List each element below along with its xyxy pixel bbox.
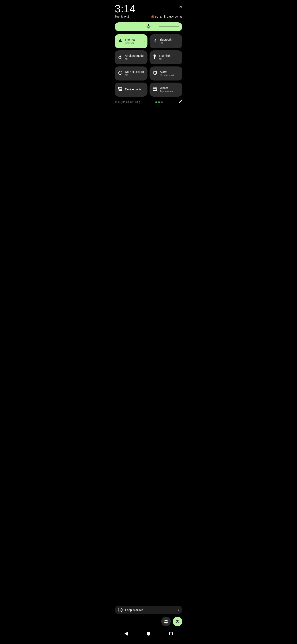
- internet-tile[interactable]: Internet Bell, 5G ›: [115, 34, 147, 48]
- internet-subtitle: Bell, 5G: [125, 42, 135, 44]
- flashlight-icon: [153, 54, 157, 60]
- wallet-tile[interactable]: Wallet Tap to open ›: [150, 82, 182, 96]
- page-dot-2: [158, 101, 160, 103]
- dnd-subtitle: Off: [125, 74, 144, 77]
- edit-icon[interactable]: [178, 100, 182, 105]
- alarm-title: Alarm: [160, 70, 174, 74]
- device-controls-chevron: ›: [144, 88, 145, 92]
- network-type: 5G: [155, 15, 159, 18]
- svg-line-5: [147, 24, 147, 25]
- flashlight-tile[interactable]: Flashlight Off: [150, 50, 182, 64]
- quick-tiles-grid: Internet Bell, 5G › Bluetooth Off Airpla…: [115, 34, 182, 96]
- svg-line-8: [147, 28, 147, 28]
- svg-rect-23: [156, 89, 157, 90]
- svg-line-20: [156, 71, 157, 72]
- dnd-title: Do Not Disturb: [125, 70, 144, 74]
- svg-line-19: [154, 71, 154, 72]
- status-icons: 🔕 5G ▲ 🔋 1 day, 20 hrs: [151, 15, 182, 18]
- bluetooth-title: Bluetooth: [159, 38, 172, 42]
- device-controls-icon: [118, 87, 122, 92]
- dnd-icon: [118, 70, 122, 76]
- carrier-label: Bell: [178, 5, 182, 9]
- footer-info: 13 (TQ3A.230605.005): [115, 100, 182, 105]
- bluetooth-tile[interactable]: Bluetooth Off: [150, 34, 182, 48]
- internet-title: Internet: [125, 38, 135, 42]
- svg-rect-10: [154, 54, 156, 55]
- dnd-tile[interactable]: Do Not Disturb Off: [115, 66, 147, 80]
- wallet-icon: [153, 87, 157, 92]
- flashlight-subtitle: Off: [159, 58, 171, 61]
- bluetooth-subtitle: Off: [159, 42, 172, 44]
- svg-marker-11: [153, 55, 156, 57]
- svg-rect-12: [154, 57, 155, 58]
- svg-line-7: [150, 24, 150, 25]
- airplane-subtitle: Off: [125, 58, 144, 61]
- date-display: Tue, May 2: [115, 15, 129, 18]
- svg-line-6: [150, 28, 150, 28]
- clock-time: 3:14: [115, 3, 135, 14]
- wallet-chevron: ›: [178, 88, 179, 92]
- wallet-title: Wallet: [160, 86, 173, 90]
- alarm-tile[interactable]: Alarm No alarm set ›: [150, 66, 182, 80]
- airplane-tile[interactable]: Airplane mode Off: [115, 50, 147, 64]
- wallet-subtitle: Tap to open: [160, 90, 173, 93]
- svg-point-0: [148, 26, 149, 27]
- airplane-title: Airplane mode: [125, 54, 144, 58]
- battery-time: 1 day, 20 hrs: [167, 15, 182, 18]
- svg-line-18: [155, 73, 156, 74]
- page-dot-1: [155, 101, 157, 103]
- alarm-subtitle: No alarm set: [160, 74, 174, 77]
- flashlight-title: Flashlight: [159, 54, 171, 58]
- device-controls-title: Device contr..: [125, 88, 143, 91]
- airplane-icon: [118, 54, 122, 60]
- battery-icon: 🔋: [163, 15, 166, 18]
- svg-marker-9: [118, 39, 122, 42]
- alarm-icon: [153, 70, 157, 76]
- device-controls-tile[interactable]: Device contr.. ›: [115, 82, 147, 96]
- page-indicators: [155, 101, 163, 103]
- svg-rect-13: [154, 58, 155, 59]
- signal-icon: ▲: [159, 15, 162, 18]
- page-dot-3: [161, 101, 163, 103]
- brightness-slider[interactable]: [115, 22, 182, 31]
- internet-chevron: ›: [144, 40, 145, 43]
- build-version: 13 (TQ3A.230605.005): [115, 101, 140, 104]
- bluetooth-icon: [153, 38, 157, 44]
- alarm-chevron: ›: [178, 72, 179, 75]
- mute-icon: 🔕: [151, 15, 154, 18]
- status-bar: 3:14 Bell Tue, May 2 🔕 5G ▲ 🔋 1 day, 20 …: [111, 0, 186, 19]
- brightness-track-line: [159, 27, 179, 27]
- internet-icon: [118, 38, 122, 44]
- brightness-icon: [146, 24, 151, 30]
